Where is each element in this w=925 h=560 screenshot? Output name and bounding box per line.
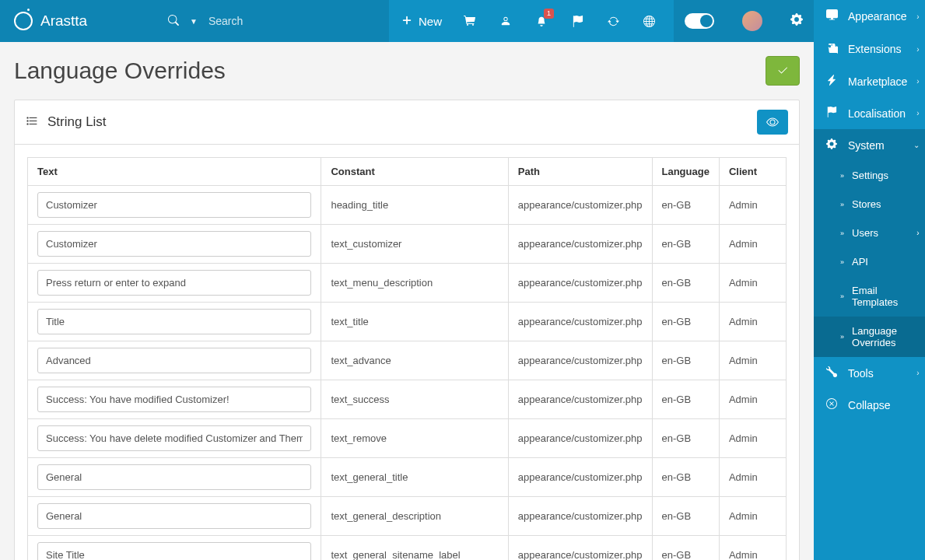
cell-language: en-GB (652, 458, 719, 497)
chevron-icon: » (840, 292, 844, 300)
save-button[interactable] (766, 56, 800, 86)
text-input[interactable] (37, 192, 311, 218)
cell-constant: text_title (321, 303, 508, 341)
th-path: Path (508, 158, 652, 186)
chevron-right-icon: › (916, 45, 919, 54)
new-button[interactable]: New (389, 15, 454, 28)
cell-path: appearance/customizer.php (508, 341, 652, 380)
page-header: Language Overrides (14, 56, 800, 86)
cell-path: appearance/customizer.php (508, 225, 652, 264)
table-row: text_general_sitename_label appearance/c… (28, 536, 787, 561)
text-input[interactable] (37, 309, 311, 334)
cell-path: appearance/customizer.php (508, 497, 652, 536)
chevron-right-icon: › (916, 12, 919, 21)
sidebar-item-system[interactable]: System ⌄ (814, 129, 925, 161)
cell-language: en-GB (652, 186, 719, 225)
text-input[interactable] (37, 425, 311, 451)
cell-constant: text_remove (321, 419, 508, 458)
table-row: text_general_title appearance/customizer… (28, 458, 787, 497)
sidebar-item-appearance[interactable]: Appearance › (814, 0, 925, 33)
globe-icon[interactable] (633, 5, 664, 37)
sub-item-label: API (852, 256, 868, 268)
sub-item-users[interactable]: » Users › (814, 219, 925, 247)
search-icon[interactable] (168, 15, 179, 28)
refresh-icon[interactable] (597, 5, 629, 37)
cell-client: Admin (719, 536, 786, 561)
text-input[interactable] (37, 231, 311, 257)
cell-language: en-GB (652, 536, 719, 561)
cart-icon[interactable] (454, 5, 485, 37)
cell-client: Admin (719, 458, 786, 497)
cell-constant: text_advance (321, 341, 508, 380)
table-row: text_menu_description appearance/customi… (28, 264, 787, 303)
search-area: ▼ (156, 0, 389, 42)
panel-header: String List (15, 100, 799, 145)
cell-language: en-GB (652, 225, 719, 264)
page-title: Language Overrides (14, 58, 226, 84)
text-input[interactable] (37, 387, 311, 412)
bell-icon[interactable]: 1 (526, 5, 557, 37)
cell-path: appearance/customizer.php (508, 536, 652, 561)
sidebar-item-label: Collapse (848, 399, 890, 411)
cell-path: appearance/customizer.php (508, 458, 652, 497)
sub-item-email-templates[interactable]: » Email Templates (814, 276, 925, 317)
sidebar-item-label: Tools (848, 367, 874, 380)
cell-client: Admin (719, 419, 786, 458)
view-button[interactable] (757, 110, 788, 135)
sidebar-item-label: Marketplace (848, 75, 907, 88)
sidebar-item-label: System (848, 139, 885, 152)
topbar: Arastta ▼ New (0, 0, 814, 42)
cell-language: en-GB (652, 419, 719, 458)
table-row: text_general_description appearance/cust… (28, 497, 787, 536)
text-input[interactable] (37, 464, 311, 490)
user-icon[interactable] (490, 5, 521, 37)
brand[interactable]: Arastta (0, 0, 156, 42)
search-input[interactable] (208, 15, 377, 27)
sidebar-item-extensions[interactable]: Extensions › (814, 33, 925, 65)
cell-client: Admin (719, 497, 786, 536)
table-row: text_title appearance/customizer.php en-… (28, 303, 787, 341)
new-button-label: New (419, 15, 442, 28)
text-input[interactable] (37, 503, 311, 529)
cell-language: en-GB (652, 497, 719, 536)
sub-item-api[interactable]: » API (814, 247, 925, 276)
sub-item-label: Stores (852, 198, 881, 210)
sidebar-item-collapse[interactable]: Collapse (814, 389, 925, 421)
gear-icon[interactable] (790, 13, 803, 29)
sidebar-item-tools[interactable]: Tools › (814, 357, 925, 389)
chevron-right-icon: › (916, 229, 919, 237)
chevron-right-icon: › (916, 109, 919, 117)
panel-body: Text Constant Path Language Client headi… (15, 145, 799, 560)
cell-client: Admin (719, 186, 786, 225)
chevron-down-icon: ⌄ (913, 141, 920, 149)
cell-language: en-GB (652, 380, 719, 419)
content: Language Overrides String List (0, 42, 814, 560)
avatar[interactable] (742, 11, 762, 31)
sidebar-item-localisation[interactable]: Localisation › (814, 97, 925, 129)
cell-constant: text_general_title (321, 458, 508, 497)
text-input[interactable] (37, 542, 311, 560)
sidebar-item-marketplace[interactable]: Marketplace › (814, 65, 925, 97)
cell-constant: text_general_sitename_label (321, 536, 508, 561)
toggle-switch[interactable] (685, 13, 714, 29)
sub-item-stores[interactable]: » Stores (814, 190, 925, 219)
cell-constant: text_general_description (321, 497, 508, 536)
search-dropdown-icon[interactable]: ▼ (190, 17, 198, 26)
gear-icon (825, 138, 839, 152)
text-input[interactable] (37, 348, 311, 373)
sub-item-label: Language Overrides (852, 325, 920, 348)
sub-item-language-overrides[interactable]: » Language Overrides (814, 317, 925, 357)
cell-client: Admin (719, 341, 786, 380)
topbar-icons: 1 (454, 5, 674, 37)
notification-badge: 1 (544, 9, 554, 19)
cell-path: appearance/customizer.php (508, 264, 652, 303)
sub-item-label: Settings (852, 170, 888, 181)
puzzle-icon (825, 42, 839, 56)
cell-language: en-GB (652, 264, 719, 303)
flag-icon[interactable] (562, 5, 593, 37)
cell-path: appearance/customizer.php (508, 303, 652, 341)
sub-item-settings[interactable]: » Settings (814, 161, 925, 190)
cell-constant: text_customizer (321, 225, 508, 264)
text-input[interactable] (37, 270, 311, 296)
chevron-icon: » (840, 201, 844, 208)
